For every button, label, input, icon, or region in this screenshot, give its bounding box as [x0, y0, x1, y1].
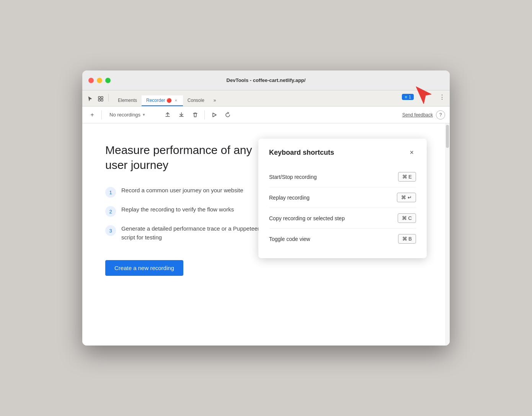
keyboard-shortcuts-modal: Keyboard shortcuts × Start/Stop recordin… — [258, 139, 427, 258]
steps-list: 1 Record a common user journey on your w… — [105, 186, 270, 242]
svg-rect-1 — [101, 97, 103, 98]
step-number-1: 1 — [105, 187, 116, 198]
tab-console[interactable]: Console — [183, 95, 209, 106]
delete-icon — [192, 112, 198, 118]
shortcut-key-3: ⌘ C — [398, 213, 416, 223]
tab-elements[interactable]: Elements — [113, 95, 142, 106]
shortcut-row-4: Toggle code view ⌘ B — [269, 229, 416, 249]
shortcut-key-2: ⌘ ↵ — [397, 193, 416, 202]
step-item-2: 2 Replay the recording to verify the flo… — [105, 205, 270, 217]
modal-close-button[interactable]: × — [407, 148, 416, 157]
shortcut-row-3: Copy recording or selected step ⌘ C — [269, 208, 416, 229]
main-area: Measure performance of any user journey … — [82, 123, 450, 346]
play-icon — [211, 112, 217, 118]
export-icon — [165, 112, 171, 118]
delete-button[interactable] — [190, 110, 201, 120]
help-button[interactable]: ? — [436, 110, 445, 120]
step-item-3: 3 Generate a detailed performance trace … — [105, 224, 270, 242]
dropdown-chevron-icon: ▾ — [143, 112, 145, 117]
create-recording-button[interactable]: Create a new recording — [105, 260, 183, 276]
recorder-toolbar: + No recordings ▾ — [82, 106, 450, 123]
add-recording-button[interactable]: + — [87, 110, 98, 120]
minimize-button[interactable] — [97, 78, 102, 83]
send-feedback-link[interactable]: Send feedback — [402, 112, 433, 118]
step-text-2: Replay the recording to verify the flow … — [121, 205, 234, 214]
step-text-1: Record a common user journey on your web… — [121, 186, 243, 195]
maximize-button[interactable] — [105, 78, 111, 83]
step-number-2: 2 — [105, 206, 116, 217]
devtools-tab-bar: Elements Recorder 🔴 × Console » ≡ 1 ⋮ — [82, 90, 450, 106]
inspect-icon[interactable] — [96, 94, 105, 103]
shortcut-row-1: Start/Stop recording ⌘ E — [269, 167, 416, 187]
tab-divider — [108, 94, 109, 102]
replay-icon — [225, 112, 231, 118]
toolbar-divider-2 — [204, 110, 205, 120]
title-bar: DevTools - coffee-cart.netlify.app/ — [82, 70, 450, 90]
shortcut-label-4: Toggle code view — [269, 236, 310, 242]
scrollbar-thumb[interactable] — [446, 125, 449, 148]
tab-recorder[interactable]: Recorder 🔴 × — [142, 95, 183, 106]
modal-header: Keyboard shortcuts × — [269, 148, 416, 157]
recordings-dropdown[interactable]: No recordings ▾ — [106, 110, 159, 119]
devtools-more-button[interactable]: ⋮ — [437, 92, 447, 102]
tab-more[interactable]: » — [209, 95, 221, 106]
shortcut-key-1: ⌘ E — [398, 172, 416, 182]
close-button[interactable] — [88, 78, 94, 83]
scrollbar[interactable] — [445, 123, 450, 346]
shortcut-label-1: Start/Stop recording — [269, 174, 317, 180]
shortcut-key-4: ⌘ B — [398, 234, 416, 244]
toolbar-divider-1 — [101, 110, 102, 120]
shortcut-label-3: Copy recording or selected step — [269, 215, 345, 221]
import-button[interactable] — [176, 110, 187, 120]
shortcut-row-2: Replay recording ⌘ ↵ — [269, 187, 416, 208]
tabs-right-area: ≡ 1 ⋮ — [402, 90, 447, 106]
svg-rect-3 — [101, 99, 103, 101]
window-title: DevTools - coffee-cart.netlify.app/ — [227, 77, 306, 83]
recorder-tab-close[interactable]: × — [173, 98, 178, 103]
play-button[interactable] — [209, 110, 219, 120]
svg-rect-2 — [98, 99, 100, 101]
nav-icons — [85, 94, 110, 106]
step-item-1: 1 Record a common user journey on your w… — [105, 186, 270, 198]
main-content: Measure performance of any user journey … — [82, 123, 450, 346]
main-heading: Measure performance of any user journey — [105, 142, 270, 172]
devtools-window: DevTools - coffee-cart.netlify.app/ Elem… — [82, 70, 450, 346]
notification-icon: ≡ — [405, 95, 407, 99]
import-icon — [178, 112, 184, 118]
svg-rect-0 — [98, 97, 100, 98]
toolbar-right-area: Send feedback ? — [402, 110, 445, 120]
step-text-3: Generate a detailed performance trace or… — [121, 224, 270, 242]
window-controls — [88, 78, 111, 83]
modal-title: Keyboard shortcuts — [269, 149, 334, 157]
notification-badge[interactable]: ≡ 1 — [402, 94, 414, 100]
cursor-icon[interactable] — [85, 94, 95, 103]
replay-button[interactable] — [222, 110, 233, 120]
shortcut-label-2: Replay recording — [269, 195, 310, 201]
export-button[interactable] — [162, 110, 173, 120]
step-number-3: 3 — [105, 225, 116, 236]
recorder-icon: 🔴 — [166, 98, 172, 103]
